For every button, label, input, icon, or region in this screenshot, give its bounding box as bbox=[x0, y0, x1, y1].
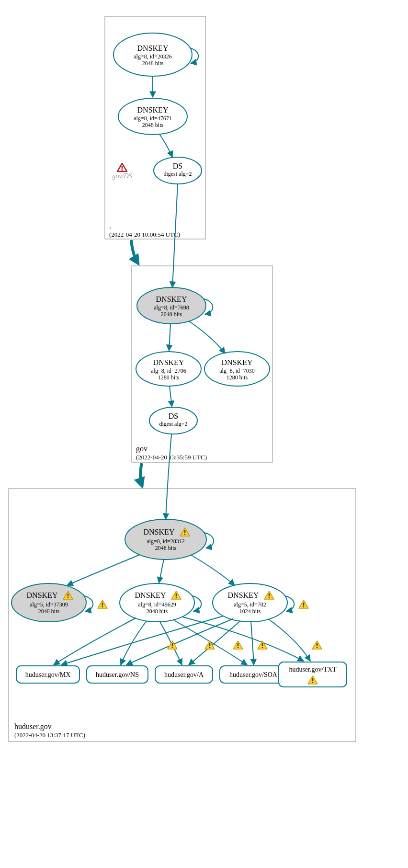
edge-gov-ksk-zsk2 bbox=[189, 321, 225, 354]
svg-text:DNSKEY: DNSKEY bbox=[135, 591, 166, 599]
node-rr-ns[interactable]: huduser.gov/NS bbox=[87, 666, 148, 683]
svg-text:2048 bits: 2048 bits bbox=[155, 545, 177, 551]
node-hud-k1[interactable]: DNSKEY alg=5, id=37309 2048 bits bbox=[11, 583, 86, 622]
svg-text:alg=8, id=2706: alg=8, id=2706 bbox=[151, 367, 186, 374]
warning-icon bbox=[233, 641, 243, 649]
warning-icon bbox=[299, 600, 308, 608]
svg-text:DNSKEY: DNSKEY bbox=[222, 358, 253, 366]
svg-text:DNSKEY: DNSKEY bbox=[144, 528, 175, 536]
node-rr-a[interactable]: huduser.gov/A bbox=[155, 666, 213, 683]
warning-icon bbox=[312, 641, 322, 649]
edge-hud-ksk-k1 bbox=[67, 555, 140, 585]
svg-text:alg=5, id=37309: alg=5, id=37309 bbox=[30, 601, 68, 608]
svg-text:huduser.gov/A: huduser.gov/A bbox=[164, 671, 204, 678]
node-rr-mx[interactable]: huduser.gov/MX bbox=[16, 666, 79, 683]
svg-text:DNSKEY: DNSKEY bbox=[137, 106, 169, 114]
edge-hud-ksk-k3 bbox=[191, 555, 235, 585]
svg-text:DNSKEY: DNSKEY bbox=[27, 591, 58, 599]
gov-ds-error[interactable]: gov/DS bbox=[112, 163, 132, 180]
node-gov-zsk2[interactable]: DNSKEY alg=8, id=7030 1280 bits bbox=[204, 352, 270, 386]
zone-gov-time: (2022-04-20 13:35:59 UTC) bbox=[136, 454, 207, 461]
svg-text:digest alg=2: digest alg=2 bbox=[163, 171, 192, 177]
edge-k3-a bbox=[189, 621, 240, 665]
svg-text:gov/DS: gov/DS bbox=[112, 172, 132, 180]
svg-text:1024 bits: 1024 bits bbox=[239, 608, 261, 615]
node-rr-soa[interactable]: huduser.gov/SOA bbox=[220, 666, 287, 683]
edge-root-to-gov-zone bbox=[131, 240, 138, 264]
svg-text:DNSKEY: DNSKEY bbox=[156, 295, 187, 303]
svg-text:huduser.gov/TXT: huduser.gov/TXT bbox=[289, 666, 337, 673]
svg-text:2048 bits: 2048 bits bbox=[142, 122, 164, 128]
edge-gov-ksk-zsk1 bbox=[169, 324, 170, 351]
svg-text:DS: DS bbox=[173, 162, 182, 170]
warning-icon bbox=[168, 641, 177, 649]
svg-text:1280 bits: 1280 bits bbox=[158, 374, 180, 381]
svg-text:alg=5, id=702: alg=5, id=702 bbox=[234, 601, 266, 608]
node-rr-txt[interactable]: huduser.gov/TXT bbox=[279, 662, 347, 687]
svg-text:alg=8, id=7698: alg=8, id=7698 bbox=[154, 304, 189, 311]
node-hud-k3[interactable]: DNSKEY alg=5, id=702 1024 bits bbox=[213, 583, 287, 622]
warning-icon bbox=[258, 641, 267, 649]
svg-text:alg=8, id=28312: alg=8, id=28312 bbox=[147, 538, 185, 545]
svg-text:2048 bits: 2048 bits bbox=[38, 608, 60, 615]
warning-icon bbox=[98, 600, 107, 608]
svg-text:huduser.gov/SOA: huduser.gov/SOA bbox=[229, 671, 278, 678]
edge-root-zsk-ds bbox=[159, 134, 172, 157]
edge-gov-to-huduser-zone bbox=[140, 463, 142, 487]
svg-text:alg=8, id=47671: alg=8, id=47671 bbox=[134, 115, 172, 122]
svg-text:huduser.gov/MX: huduser.gov/MX bbox=[25, 671, 71, 678]
svg-text:DNSKEY: DNSKEY bbox=[153, 358, 184, 366]
node-hud-ksk[interactable]: DNSKEY alg=8, id=28312 2048 bits bbox=[125, 519, 206, 560]
node-root-ds[interactable]: DS digest alg=2 bbox=[154, 157, 202, 184]
svg-text:1280 bits: 1280 bits bbox=[227, 374, 248, 381]
svg-text:2048 bits: 2048 bits bbox=[147, 608, 168, 615]
svg-text:2048 bits: 2048 bits bbox=[142, 60, 164, 67]
node-gov-ksk[interactable]: DNSKEY alg=8, id=7698 2048 bits bbox=[137, 287, 206, 324]
zone-huduser-time: (2022-04-20 13:37:17 UTC) bbox=[14, 731, 85, 739]
edge-hud-ksk-k2 bbox=[159, 560, 164, 583]
node-root-zsk[interactable]: DNSKEY alg=8, id=47671 2048 bits bbox=[118, 98, 187, 135]
svg-text:alg=8, id=49629: alg=8, id=49629 bbox=[138, 601, 176, 608]
edge-k3-txt bbox=[268, 619, 310, 661]
edge-gov-ds-hud-ksk bbox=[166, 434, 171, 519]
svg-text:alg=8, id=7030: alg=8, id=7030 bbox=[219, 367, 255, 374]
zone-root-time: (2022-04-20 10:00:54 UTC) bbox=[109, 231, 180, 238]
svg-text:DNSKEY: DNSKEY bbox=[228, 591, 259, 599]
edge-gov-zsk1-ds bbox=[170, 386, 172, 407]
zone-gov-name: gov bbox=[136, 445, 147, 453]
node-root-ksk[interactable]: DNSKEY alg=8, id=20326 2048 bits bbox=[113, 33, 192, 76]
svg-text:2048 bits: 2048 bits bbox=[161, 311, 182, 318]
svg-text:alg=8, id=20326: alg=8, id=20326 bbox=[134, 53, 172, 60]
svg-text:DS: DS bbox=[169, 412, 178, 420]
zone-huduser-name: huduser.gov bbox=[14, 722, 52, 731]
warning-icon bbox=[205, 641, 215, 649]
node-gov-zsk1[interactable]: DNSKEY alg=8, id=2706 1280 bits bbox=[136, 352, 201, 386]
node-hud-k2[interactable]: DNSKEY alg=8, id=49629 2048 bits bbox=[120, 583, 194, 622]
zone-root-name: . bbox=[109, 222, 111, 230]
svg-text:digest alg=2: digest alg=2 bbox=[159, 421, 187, 427]
svg-text:huduser.gov/NS: huduser.gov/NS bbox=[96, 671, 139, 678]
node-gov-ds[interactable]: DS digest alg=2 bbox=[149, 407, 197, 434]
svg-text:DNSKEY: DNSKEY bbox=[137, 44, 169, 52]
error-icon bbox=[117, 163, 127, 171]
edge-k3-soa bbox=[251, 622, 254, 665]
dnssec-diagram: . (2022-04-20 10:00:54 UTC) DNSKEY alg=8… bbox=[0, 0, 408, 868]
